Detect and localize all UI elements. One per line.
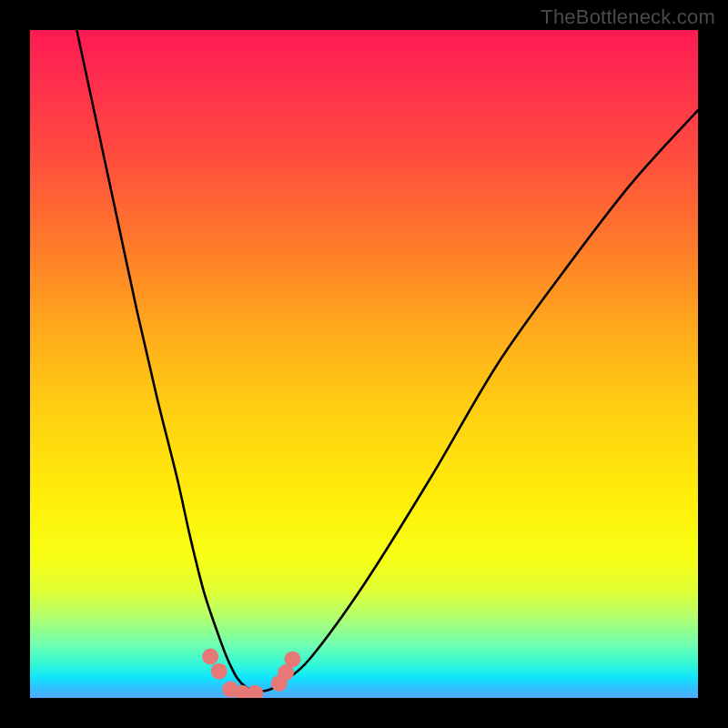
bottleneck-curve	[76, 30, 698, 692]
curve-marker	[211, 663, 228, 680]
chart-svg	[30, 30, 698, 698]
curve-marker	[202, 648, 218, 664]
outer-frame: TheBottleneck.com	[0, 0, 728, 728]
plot-area	[30, 30, 698, 698]
curve-markers	[202, 648, 300, 698]
curve-marker	[247, 685, 263, 698]
curve-marker	[284, 651, 300, 667]
watermark-text: TheBottleneck.com	[541, 5, 715, 29]
